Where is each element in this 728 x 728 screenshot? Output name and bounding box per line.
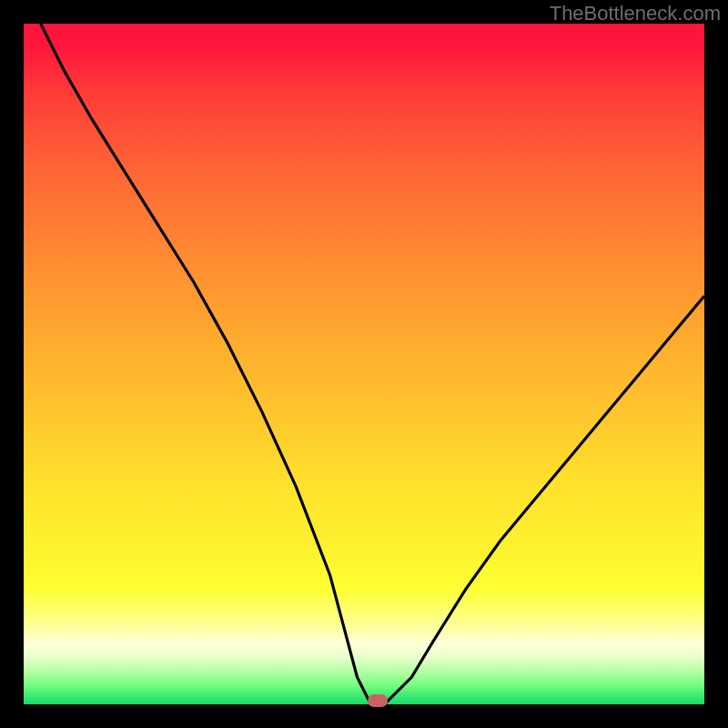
watermark-text: TheBottleneck.com — [550, 2, 721, 25]
optimal-marker — [368, 694, 388, 707]
chart-plot-area — [24, 24, 704, 704]
curve-path — [41, 24, 704, 704]
bottleneck-curve — [24, 24, 704, 704]
